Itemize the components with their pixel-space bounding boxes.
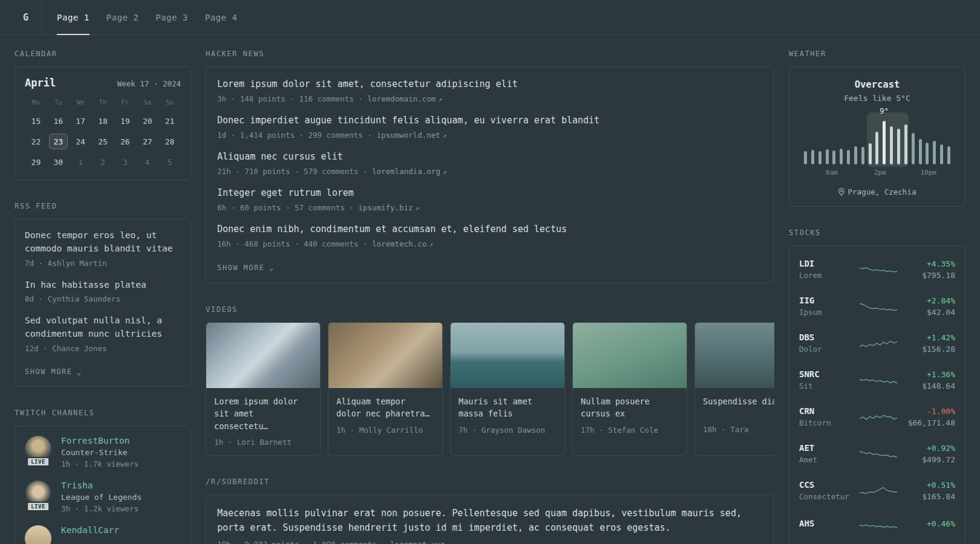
stock-symbol[interactable]: CRN (799, 406, 852, 416)
hn-show-more-button[interactable]: SHOW MORE ⌄ (217, 263, 275, 272)
news-item-title[interactable]: Donec imperdiet augue tincidunt felis al… (217, 114, 763, 127)
rss-item: In hac habitasse platea 8d · Cynthia Sau… (25, 279, 181, 304)
news-item: Donec enim nibh, condimentum et accumsan… (217, 223, 763, 248)
news-item-title[interactable]: Aliquam nec cursus elit (217, 151, 763, 163)
rss-item-title[interactable]: In hac habitasse platea (25, 279, 181, 292)
stock-row[interactable]: CRNBitcorn -1.00%$66,171.48 (799, 398, 955, 435)
tab-page-4[interactable]: Page 4 (197, 0, 246, 34)
source-link[interactable]: ipsumworld.net↗ (376, 131, 446, 140)
twitch-channel-row[interactable]: LIVE Trisha League of Legends 3h · 1.2k … (25, 481, 181, 513)
tab-page-3[interactable]: Page 3 (147, 0, 197, 34)
video-thumbnail[interactable] (206, 323, 320, 388)
stock-symbol[interactable]: IIG (799, 296, 852, 305)
source-link[interactable]: loremdomain.com↗ (367, 94, 442, 103)
source-link[interactable]: ipsumify.biz↗ (358, 203, 419, 212)
stock-symbol[interactable]: LDI (799, 259, 852, 268)
rss-item: Sed volutpat nulla nisl, a condimentum n… (25, 314, 181, 353)
channel-name[interactable]: KendallCarr (61, 525, 119, 535)
channel-name[interactable]: ForrestBurton (61, 436, 139, 445)
news-item: Aliquam nec cursus elit 21h · 710 points… (217, 151, 763, 176)
video-title[interactable]: Nullam posuere cursus ex (581, 395, 679, 420)
hacker-news-card: Lorem ipsum dolor sit amet, consectetur … (206, 66, 774, 283)
time-label: 2pm (874, 169, 886, 176)
news-item-title[interactable]: Integer eget rutrum lorem (217, 187, 763, 199)
video-title[interactable]: Mauris sit amet massa felis (459, 395, 557, 420)
news-item-title[interactable]: Lorem ipsum dolor sit amet, consectetur … (217, 78, 763, 91)
calendar-widget-title: CALENDAR (15, 50, 191, 58)
stock-name: Lorem (799, 271, 852, 280)
news-item-meta: 1d · 1,414 points · 299 comments · ipsum… (217, 131, 763, 140)
twitch-channel-row[interactable]: LIVE ForrestBurton Counter-Strike 1h · 1… (25, 436, 181, 468)
app-logo[interactable]: G (15, 0, 42, 34)
rss-item-title[interactable]: Sed volutpat nulla nisl, a condimentum n… (25, 314, 181, 341)
stock-change: +0.92% (904, 444, 955, 453)
stock-name: Dolor (799, 345, 852, 354)
right-column: WEATHER Overcast Feels like 5°C 9° 6am 2… (789, 50, 965, 544)
video-title[interactable]: Aliquam tempor dolor nec pharetra… (336, 395, 434, 420)
channel-game: League of Legends (61, 493, 142, 502)
stock-symbol[interactable]: AHS (799, 519, 852, 528)
video-card[interactable]: Suspendisse diam 18h · Tara (694, 322, 774, 456)
rss-widget-title: RSS FEED (15, 202, 191, 210)
channel-name[interactable]: Trisha (61, 481, 142, 490)
weekday-label: We (70, 99, 92, 108)
weather-location[interactable]: Prague, Czechia (799, 187, 955, 196)
source-link[interactable]: loremlandia.org↗ (372, 167, 447, 176)
stock-price: $42.04 (904, 308, 955, 317)
stock-row[interactable]: SNRCSit +1.36%$148.64 (799, 361, 955, 398)
left-column: CALENDAR April Week 17 · 2024 Mo Tu We T… (15, 50, 191, 544)
stock-symbol[interactable]: AET (799, 443, 852, 453)
weekday-label: Sa (136, 99, 158, 108)
rss-item-title[interactable]: Donec tempor eros leo, ut commodo mauris… (25, 229, 181, 256)
video-thumbnail[interactable] (695, 323, 774, 388)
video-thumbnail[interactable] (328, 323, 442, 388)
weather-card: Overcast Feels like 5°C 9° 6am 2pm 10pm … (789, 66, 965, 207)
tab-page-1[interactable]: Page 1 (48, 0, 98, 34)
video-card[interactable]: Aliquam tempor dolor nec pharetra… 1h · … (328, 322, 443, 456)
stock-row[interactable]: AETAmet +0.92%$499.72 (799, 435, 955, 472)
video-card[interactable]: Mauris sit amet massa felis 7h · Grayson… (450, 322, 565, 456)
stock-row[interactable]: IIGIpsum +2.84%$42.04 (799, 288, 955, 325)
stock-row[interactable]: DBSDolor +1.42%$156.28 (799, 325, 955, 361)
video-card[interactable]: Lorem ipsum dolor sit amet consectetu… 1… (206, 322, 321, 456)
video-thumbnail[interactable] (573, 323, 687, 388)
video-title[interactable]: Lorem ipsum dolor sit amet consectetu… (214, 395, 312, 432)
channel-meta: 1h · 1.7k viewers (61, 459, 139, 468)
calendar-day: 26 (116, 134, 134, 149)
page-tabs: Page 1 Page 2 Page 3 Page 4 (48, 0, 246, 34)
video-card[interactable]: Nullam posuere cursus ex 17h · Stefan Co… (572, 322, 687, 456)
video-strip: Lorem ipsum dolor sit amet consectetu… 1… (206, 322, 774, 456)
news-item-title[interactable]: Donec enim nibh, condimentum et accumsan… (217, 223, 763, 236)
external-link-icon: ↗ (447, 541, 451, 544)
tab-page-2[interactable]: Page 2 (98, 0, 148, 34)
stock-symbol[interactable]: CCS (799, 480, 852, 490)
subreddit-card: Maecenas mollis pulvinar erat non posuer… (206, 494, 774, 544)
video-thumbnail[interactable] (451, 323, 564, 388)
stock-price: $165.84 (904, 492, 955, 501)
external-link-icon: ↗ (429, 241, 433, 248)
weather-widget: WEATHER Overcast Feels like 5°C 9° 6am 2… (789, 50, 965, 207)
stock-row[interactable]: AHS +0.46% (799, 509, 955, 540)
calendar-day: 27 (138, 134, 157, 149)
stock-row[interactable]: LDILorem +4.35%$795.18 (799, 251, 955, 288)
reddit-post-title[interactable]: Maecenas mollis pulvinar erat non posuer… (217, 506, 763, 535)
source-link[interactable]: loremtech.co↗ (372, 239, 433, 248)
videos-widget: VIDEOS Lorem ipsum dolor sit amet consec… (206, 305, 774, 456)
calendar-widget: CALENDAR April Week 17 · 2024 Mo Tu We T… (15, 50, 191, 180)
stock-symbol[interactable]: SNRC (799, 369, 852, 379)
reddit-post: Maecenas mollis pulvinar erat non posuer… (217, 506, 763, 544)
calendar-day-next-month: 4 (138, 154, 157, 170)
stock-name: Amet (799, 455, 852, 464)
stock-symbol[interactable]: DBS (799, 332, 852, 342)
video-title[interactable]: Suspendisse diam (703, 395, 774, 419)
stock-row[interactable]: CCSConsectetur +0.51%$165.84 (799, 472, 955, 509)
twitch-channel-row[interactable]: KendallCarr (25, 525, 181, 544)
stock-name: Ipsum (799, 308, 852, 317)
subreddit-widget-title: /R/SUBREDDIT (206, 478, 774, 486)
rss-widget: RSS FEED Donec tempor eros leo, ut commo… (15, 202, 191, 387)
calendar-day: 17 (71, 113, 90, 129)
source-link[interactable]: loremnet.xyz↗ (390, 540, 451, 544)
rss-show-more-button[interactable]: SHOW MORE ⌄ (25, 368, 82, 377)
hacker-news-widget: HACKER NEWS Lorem ipsum dolor sit amet, … (206, 50, 774, 283)
stock-name: Sit (799, 381, 852, 390)
